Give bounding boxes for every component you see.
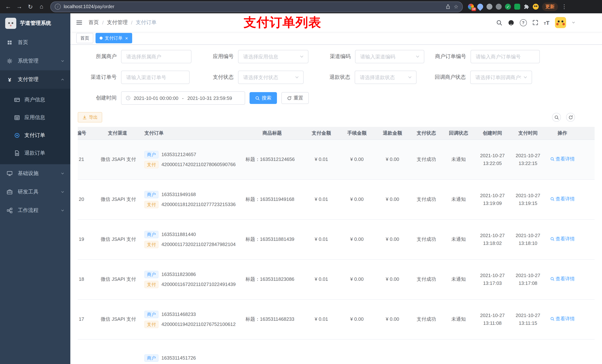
- font-size-icon[interactable]: TT: [544, 20, 549, 26]
- pay-status-select[interactable]: [238, 71, 304, 84]
- view-detail-link[interactable]: 查看详情: [550, 235, 575, 243]
- column-header[interactable]: 支付时间: [510, 130, 546, 136]
- column-header[interactable]: 创建时间: [475, 130, 510, 136]
- browser-menu-icon[interactable]: ⋮: [561, 1, 567, 12]
- extensions-puzzle-icon[interactable]: [524, 4, 529, 10]
- merchant-order-no-input[interactable]: [475, 53, 535, 60]
- github-icon[interactable]: [508, 20, 514, 26]
- sidebar-toggle-icon[interactable]: [76, 19, 83, 26]
- app-logo[interactable]: 芋道管理系统: [0, 13, 70, 33]
- refund-status-select[interactable]: [355, 71, 417, 84]
- create-time-range-picker[interactable]: 2021-10-01 00:00:00 - 2021-10-31 23:59:5…: [121, 91, 245, 105]
- merchant-order-line: 商户 1635311881440: [144, 231, 238, 238]
- sidebar-item-infra[interactable]: 基础设施: [0, 164, 70, 183]
- tab-pay-order[interactable]: 支付订单 ×: [96, 33, 132, 43]
- column-header[interactable]: 手续金额: [339, 130, 375, 136]
- table-row[interactable]: 17 微信 JSAPI 支付 商户 1635311468233 支付: [78, 300, 595, 340]
- table-row[interactable]: 商户 1635311451726: [78, 340, 595, 364]
- address-bar[interactable]: i localhost:1024/pay/order ☆: [50, 1, 463, 12]
- user-avatar[interactable]: [555, 17, 566, 28]
- date-range-start[interactable]: 2021-10-01 00:00:00: [134, 95, 178, 101]
- sidebar-item-pay-order[interactable]: 支付订单: [0, 126, 70, 144]
- browser-home-button[interactable]: ⌂: [36, 1, 47, 12]
- sidebar-item-refund-order[interactable]: 退款订单: [0, 144, 70, 162]
- app-select[interactable]: [238, 50, 308, 63]
- view-detail-link[interactable]: 查看详情: [550, 275, 575, 283]
- site-info-icon[interactable]: i: [55, 4, 61, 10]
- toggle-search-icon[interactable]: [552, 113, 561, 122]
- breadcrumb-item[interactable]: 支付管理: [107, 19, 128, 26]
- help-icon[interactable]: ?: [520, 19, 527, 26]
- app-input[interactable]: [243, 53, 298, 60]
- table-row[interactable]: 19 微信 JSAPI 支付 商户 1635311881440 支付: [78, 220, 595, 260]
- tab-close-icon[interactable]: ×: [125, 36, 128, 41]
- sidebar-item-payment[interactable]: ¥ 支付管理: [0, 70, 70, 89]
- browser-reload-button[interactable]: ↻: [25, 1, 35, 12]
- search-icon: [255, 96, 260, 100]
- view-detail-link[interactable]: 查看详情: [550, 315, 575, 323]
- table-row[interactable]: 21 微信 JSAPI 支付 商户 1635312124657 支付: [78, 140, 595, 180]
- column-header[interactable]: 操作: [546, 130, 579, 136]
- notify-status-select[interactable]: [470, 71, 532, 84]
- share-icon[interactable]: [446, 4, 451, 9]
- column-header[interactable]: 回调状态: [442, 130, 475, 136]
- sidebar-item-system[interactable]: 系统管理: [0, 52, 70, 70]
- date-range-end[interactable]: 2021-10-31 23:59:59: [187, 95, 232, 101]
- sidebar-item-app-info[interactable]: 应用信息: [0, 109, 70, 126]
- channel-tag: 支付: [144, 281, 159, 288]
- browser-chrome: ← → ↻ ⌂ i localhost:1024/pay/order ☆ 10 …: [0, 0, 602, 13]
- column-header[interactable]: 退款金额: [375, 130, 410, 136]
- sidebar-item-workflow[interactable]: 工作流程: [0, 201, 70, 220]
- column-header[interactable]: 支付渠道: [100, 130, 135, 136]
- browser-update-button[interactable]: 更新: [542, 2, 558, 11]
- view-detail-label: 查看详情: [556, 235, 575, 243]
- browser-profile-avatar[interactable]: [533, 4, 539, 10]
- view-detail-link[interactable]: 查看详情: [550, 156, 575, 163]
- merchant-order-no-field[interactable]: [471, 50, 540, 63]
- channel-order-no-field[interactable]: [121, 71, 190, 84]
- breadcrumb-separator: /: [102, 20, 104, 26]
- cell-product-title: 标题：1635311823086: [241, 276, 304, 283]
- refresh-table-icon[interactable]: [566, 113, 575, 122]
- extension-icon[interactable]: [496, 4, 502, 10]
- extension-pinned-icon[interactable]: 10: [468, 4, 474, 10]
- column-header[interactable]: 支付状态: [410, 130, 442, 136]
- table-row[interactable]: 20 微信 JSAPI 支付 商户 1635311949168 支付: [78, 180, 595, 220]
- extension-icon[interactable]: [486, 4, 492, 10]
- browser-back-button[interactable]: ←: [3, 1, 13, 12]
- bookmark-star-icon[interactable]: ☆: [454, 4, 458, 10]
- search-icon[interactable]: [496, 20, 502, 26]
- tab-home[interactable]: 首页: [76, 33, 93, 43]
- dashboard-icon: [7, 40, 13, 45]
- view-detail-link[interactable]: 查看详情: [550, 196, 575, 203]
- export-button[interactable]: 导出: [78, 112, 102, 123]
- extension-square-icon[interactable]: [514, 4, 520, 10]
- table-row[interactable]: 18 微信 JSAPI 支付 商户 1635311823086 支付: [78, 260, 595, 300]
- notify-status-input[interactable]: [475, 74, 522, 81]
- channel-order-no-input[interactable]: [126, 74, 185, 81]
- column-header[interactable]: 编号: [78, 130, 100, 136]
- sidebar-item-home[interactable]: 首页: [0, 33, 70, 52]
- channel-code-select[interactable]: [355, 50, 424, 63]
- fullscreen-icon[interactable]: [532, 20, 538, 26]
- browser-forward-button[interactable]: →: [14, 1, 24, 12]
- channel-code-input[interactable]: [359, 53, 414, 60]
- reset-button[interactable]: 重置: [281, 92, 309, 104]
- breadcrumb-separator: /: [131, 20, 133, 26]
- avatar-caret-icon[interactable]: [572, 21, 575, 24]
- filter-label-merchant-order-no: 商户订单编号: [432, 53, 471, 60]
- cell-channel: 微信 JSAPI 支付: [100, 316, 135, 323]
- pay-status-input[interactable]: [243, 74, 293, 81]
- column-header[interactable]: 支付订单: [135, 130, 241, 136]
- breadcrumb-item[interactable]: 首页: [88, 19, 99, 26]
- search-button[interactable]: 搜索: [249, 92, 277, 104]
- extension-check-icon[interactable]: ✓: [505, 4, 511, 10]
- sidebar-item-dev-tools[interactable]: 研发工具: [0, 183, 70, 201]
- column-header[interactable]: 商品标题: [241, 130, 304, 136]
- merchant-select[interactable]: [121, 50, 191, 63]
- extension-drop-icon[interactable]: [476, 2, 484, 11]
- refund-status-input[interactable]: [359, 74, 406, 81]
- merchant-input[interactable]: [126, 53, 187, 60]
- sidebar-item-merchant-info[interactable]: 商户信息: [0, 91, 70, 109]
- column-header[interactable]: 支付金额: [304, 130, 339, 136]
